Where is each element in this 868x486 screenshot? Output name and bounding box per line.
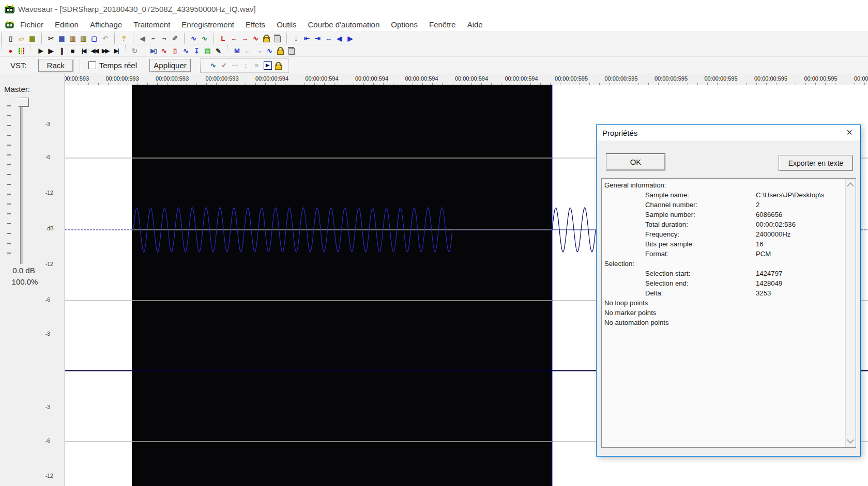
- next-view-icon[interactable]: ▶: [345, 33, 356, 43]
- select-loop-icon[interactable]: ▢: [89, 33, 100, 43]
- previous-view-icon[interactable]: ◀: [334, 33, 345, 43]
- marker-m-icon[interactable]: M: [232, 45, 242, 56]
- master-fader-handle[interactable]: [14, 98, 29, 107]
- master-label: Master:: [4, 85, 30, 93]
- ruler-label: 00:00:00:594: [300, 75, 344, 82]
- loop-mode-icon[interactable]: ↻: [129, 45, 140, 56]
- dialog-title-bar[interactable]: Propriétés ×: [597, 125, 860, 140]
- menu-options[interactable]: Options: [385, 20, 423, 29]
- property-value: 2: [756, 200, 759, 210]
- wave-marker-icon[interactable]: ∿: [264, 45, 275, 56]
- insert-file-icon[interactable]: ▶▯: [148, 45, 159, 56]
- automation-scale-vertical-icon[interactable]: ↕: [240, 60, 251, 71]
- menu-traitement[interactable]: Traitement: [128, 20, 176, 29]
- trash-icon[interactable]: [272, 33, 283, 43]
- go-to-start-icon[interactable]: |◀: [78, 45, 89, 56]
- play-icon[interactable]: ▶: [45, 45, 56, 56]
- properties-list[interactable]: General information:Sample name:C:\Users…: [601, 178, 856, 448]
- automation-delete-icon[interactable]: ×: [251, 60, 262, 71]
- property-value: 16: [756, 239, 764, 249]
- play-from-cursor-icon[interactable]: |▶: [35, 45, 45, 56]
- fast-forward-icon[interactable]: ▶▶: [100, 45, 111, 56]
- normalize-icon[interactable]: ↧: [191, 45, 202, 56]
- menu-enregistrement[interactable]: Enregistrement: [176, 20, 240, 29]
- zoom-selection-right-icon[interactable]: ⇥: [312, 33, 323, 43]
- zoom-selection-left-icon[interactable]: ⇤: [301, 33, 312, 43]
- copy-icon[interactable]: ▤: [56, 33, 67, 43]
- trash-transport-icon[interactable]: [286, 45, 297, 56]
- lock-transport-icon[interactable]: [275, 45, 286, 56]
- help-icon[interactable]: ?: [118, 33, 129, 43]
- automation-apply-check-icon[interactable]: ✔: [219, 60, 230, 71]
- pencil-edit-icon[interactable]: ✎: [213, 45, 224, 56]
- batch-list-icon[interactable]: ▤: [202, 45, 213, 56]
- property-row: Bits per sample:16: [602, 239, 856, 249]
- menu-courbe-d-automation[interactable]: Courbe d'automation: [302, 20, 385, 29]
- wave-cut-red-icon[interactable]: ∿: [250, 33, 261, 43]
- menu-effets[interactable]: Effets: [240, 20, 271, 29]
- scroll-down-icon[interactable]: [847, 436, 854, 444]
- property-label: Selection:: [604, 259, 634, 269]
- automation-play-icon[interactable]: ▶: [262, 60, 273, 71]
- automation-lock-icon[interactable]: [273, 60, 284, 71]
- rack-button[interactable]: Rack: [38, 59, 73, 72]
- new-file-icon[interactable]: ▯: [5, 33, 16, 43]
- copy-to-new-icon[interactable]: ▯: [170, 45, 180, 56]
- close-icon[interactable]: ×: [841, 125, 858, 140]
- menu-fichier[interactable]: Fichier: [14, 20, 49, 29]
- menu-affichage[interactable]: Affichage: [84, 20, 128, 29]
- realtime-checkbox[interactable]: [88, 61, 96, 69]
- wave-insert-icon[interactable]: ∿: [188, 33, 199, 43]
- monitor-speaker-icon[interactable]: ◀: [137, 33, 148, 43]
- marker-l-icon[interactable]: L: [218, 33, 229, 43]
- connect-output-icon[interactable]: ¬: [159, 33, 170, 43]
- open-folder-icon[interactable]: ▱: [16, 33, 27, 43]
- stop-icon[interactable]: ■: [67, 45, 78, 56]
- paste-icon[interactable]: ▥: [67, 33, 78, 43]
- marker-right-icon[interactable]: →: [239, 33, 250, 43]
- master-fader-track[interactable]: [20, 102, 23, 264]
- lock-icon[interactable]: [261, 33, 272, 43]
- toolbar-group: ↻: [125, 45, 143, 56]
- statistics-icon[interactable]: ∿: [159, 45, 170, 56]
- scroll-up-icon[interactable]: [847, 182, 854, 190]
- wave-vertical-zoom-icon[interactable]: ↕: [291, 33, 301, 43]
- menu-aide[interactable]: Aide: [462, 20, 489, 29]
- marker-next-icon[interactable]: →: [253, 45, 264, 56]
- zoom-selection-icon[interactable]: ↔: [323, 33, 334, 43]
- paste-special-icon[interactable]: ▥: [78, 33, 89, 43]
- main-toolbar: ▯▱▦✂▤▥▥▢↶?◀⌐¬✐∿∿L←→∿↕⇤⇥↔◀▶: [0, 32, 868, 44]
- menu-fen-tre[interactable]: Fenêtre: [423, 20, 462, 29]
- scrollbar[interactable]: [845, 179, 855, 447]
- audio-config-wrench-icon[interactable]: ✐: [170, 33, 180, 43]
- property-row: Frequency:2400000Hz: [602, 229, 856, 239]
- automation-interpolate-icon[interactable]: ⋯: [230, 60, 240, 71]
- automation-curve-icon[interactable]: ∿: [208, 60, 219, 71]
- go-to-end-icon[interactable]: ▶|: [111, 45, 121, 56]
- ruler-label: 00:00:00:593: [100, 75, 145, 82]
- wave-analysis-icon[interactable]: ∿: [180, 45, 191, 56]
- menu-edition[interactable]: Edition: [49, 20, 84, 29]
- ok-button[interactable]: OK: [606, 153, 665, 170]
- cut-icon[interactable]: ✂: [45, 33, 56, 43]
- master-percent-value: 100.0%: [0, 277, 50, 286]
- connect-input-icon[interactable]: ⌐: [148, 33, 159, 43]
- rewind-icon[interactable]: ◀◀: [89, 45, 100, 56]
- marker-previous-icon[interactable]: ←: [242, 45, 253, 56]
- pause-icon[interactable]: ∥: [56, 45, 67, 56]
- wave-overwrite-icon[interactable]: ∿: [199, 33, 210, 43]
- marker-left-icon[interactable]: ←: [229, 33, 239, 43]
- record-icon[interactable]: ●: [5, 45, 16, 56]
- undo-icon[interactable]: ↶: [100, 33, 111, 43]
- apply-button[interactable]: Appliquer: [149, 59, 191, 72]
- property-row: No marker points: [602, 308, 856, 318]
- ruler-label: 00:00:00:593: [200, 75, 245, 82]
- save-file-icon[interactable]: ▦: [27, 33, 38, 43]
- menu-outils[interactable]: Outils: [271, 20, 302, 29]
- level-meter-icon[interactable]: [16, 45, 27, 56]
- export-text-button[interactable]: Exporter en texte: [779, 155, 853, 171]
- time-ruler[interactable]: 00:00:00:59300:00:00:59300:00:00:59300:0…: [49, 73, 868, 85]
- window-title: Wavosaur - [SDRSharp_20180430_072508Z_43…: [18, 5, 256, 13]
- ruler-label: 00:00:00:595: [799, 75, 843, 82]
- db-label: -6: [45, 438, 58, 445]
